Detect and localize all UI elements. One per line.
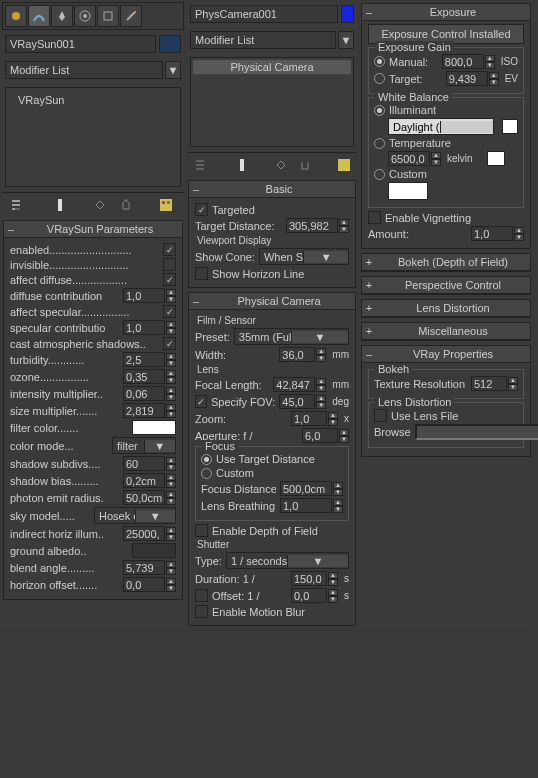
spinner-down[interactable]: ▼ — [333, 506, 343, 513]
spinner-down[interactable]: ▼ — [166, 481, 176, 488]
spinner-up[interactable]: ▲ — [166, 387, 176, 394]
spinner-down[interactable]: ▼ — [339, 436, 349, 443]
tab-shapes[interactable] — [28, 5, 50, 27]
tab-geometry[interactable] — [5, 5, 27, 27]
spinner-up[interactable]: ▲ — [316, 378, 326, 385]
manual-input[interactable] — [442, 54, 484, 69]
rollout-header-perspective[interactable]: +Perspective Control — [362, 277, 530, 294]
vignette-checkbox[interactable] — [368, 211, 381, 224]
rollout-header-exposure[interactable]: –Exposure — [362, 4, 530, 21]
preset-dropdown[interactable]: 35mm (Full Frame▼ — [234, 328, 349, 345]
spec-contrib-input[interactable] — [123, 320, 165, 335]
tab-helpers[interactable] — [97, 5, 119, 27]
pin-stack-icon[interactable] — [8, 197, 24, 213]
spinner-down[interactable]: ▼ — [328, 596, 338, 603]
affect-diffuse-checkbox[interactable] — [163, 273, 176, 286]
enable-dof-checkbox[interactable] — [195, 524, 208, 537]
configure-icon[interactable] — [336, 157, 351, 173]
object-name-field-cam[interactable] — [190, 5, 338, 23]
show-end-result-icon[interactable] — [235, 157, 250, 173]
rollout-header-vraysun[interactable]: –VRaySun Parameters — [4, 221, 182, 238]
spinner-up[interactable]: ▲ — [166, 527, 176, 534]
spinner-down[interactable]: ▼ — [328, 579, 338, 586]
color-mode-dropdown[interactable]: filter▼ — [112, 437, 176, 454]
show-cone-dropdown[interactable]: When Selec▼ — [259, 248, 349, 265]
lens-breath-input[interactable] — [280, 498, 332, 513]
rollout-header-lensdist[interactable]: +Lens Distortion — [362, 300, 530, 317]
illuminant-radio[interactable] — [374, 105, 385, 116]
spinner-up[interactable]: ▲ — [166, 457, 176, 464]
spinner-up[interactable]: ▲ — [339, 219, 349, 226]
make-unique-icon[interactable] — [92, 197, 108, 213]
object-color-swatch-cam[interactable] — [341, 5, 354, 23]
spinner-up[interactable]: ▲ — [166, 491, 176, 498]
target-input[interactable] — [446, 71, 488, 86]
modifier-stack-cam[interactable]: Physical Camera — [190, 57, 354, 147]
modifier-list-arrow-cam[interactable]: ▼ — [338, 31, 354, 49]
width-input[interactable] — [279, 347, 315, 362]
temperature-input[interactable] — [388, 151, 430, 166]
spinner-up[interactable]: ▲ — [333, 482, 343, 489]
spinner-up[interactable]: ▲ — [489, 72, 499, 79]
tab-lights[interactable] — [51, 5, 73, 27]
stack-item-physcam[interactable]: Physical Camera — [193, 60, 351, 74]
spinner-down[interactable]: ▼ — [166, 585, 176, 592]
spinner-down[interactable]: ▼ — [485, 62, 495, 69]
spinner-down[interactable]: ▼ — [339, 226, 349, 233]
enabled-checkbox[interactable] — [163, 243, 176, 256]
intensity-input[interactable] — [123, 386, 165, 401]
modifier-list-dropdown-cam[interactable]: Modifier List — [190, 31, 336, 49]
turbidity-input[interactable] — [123, 352, 165, 367]
pin-stack-icon[interactable] — [193, 157, 208, 173]
enable-mb-checkbox[interactable] — [195, 605, 208, 618]
use-lens-checkbox[interactable] — [374, 409, 387, 422]
spinner-up[interactable]: ▲ — [316, 395, 326, 402]
spinner-down[interactable]: ▼ — [514, 234, 524, 241]
spinner-up[interactable]: ▲ — [431, 152, 441, 159]
spinner-up[interactable]: ▲ — [333, 499, 343, 506]
rollout-header-physcam[interactable]: –Physical Camera — [189, 293, 355, 310]
spinner-down[interactable]: ▼ — [166, 464, 176, 471]
focus-dist-input[interactable] — [280, 481, 332, 496]
indirect-illum-input[interactable] — [123, 526, 165, 541]
tex-res-input[interactable] — [471, 376, 507, 391]
rollout-header-misc[interactable]: +Miscellaneous — [362, 323, 530, 340]
target-distance-input[interactable] — [286, 218, 338, 233]
spinner-down[interactable]: ▼ — [489, 79, 499, 86]
amount-input[interactable] — [471, 226, 513, 241]
offset-checkbox[interactable] — [195, 589, 208, 602]
spinner-up[interactable]: ▲ — [166, 474, 176, 481]
stack-item-vraysun[interactable]: VRaySun — [18, 94, 64, 106]
spinner-up[interactable]: ▲ — [166, 321, 176, 328]
zoom-input[interactable] — [291, 411, 327, 426]
spinner-down[interactable]: ▼ — [166, 394, 176, 401]
spinner-up[interactable]: ▲ — [328, 572, 338, 579]
filter-color-swatch[interactable] — [132, 420, 176, 435]
spinner-up[interactable]: ▲ — [316, 348, 326, 355]
duration-input[interactable] — [291, 571, 327, 586]
tab-cameras[interactable] — [74, 5, 96, 27]
diffuse-contrib-input[interactable] — [123, 288, 165, 303]
spinner-down[interactable]: ▼ — [166, 296, 176, 303]
spinner-down[interactable]: ▼ — [166, 360, 176, 367]
spinner-down[interactable]: ▼ — [316, 402, 326, 409]
horizon-offset-input[interactable] — [123, 577, 165, 592]
spinner-up[interactable]: ▲ — [514, 227, 524, 234]
spinner-down[interactable]: ▼ — [431, 159, 441, 166]
size-mult-input[interactable] — [123, 403, 165, 418]
make-unique-icon[interactable] — [273, 157, 288, 173]
spinner-up[interactable]: ▲ — [166, 353, 176, 360]
spinner-up[interactable]: ▲ — [166, 370, 176, 377]
rollout-header-bokeh[interactable]: +Bokeh (Depth of Field) — [362, 254, 530, 271]
spinner-down[interactable]: ▼ — [166, 411, 176, 418]
blend-angle-input[interactable] — [123, 560, 165, 575]
illuminant-swatch[interactable] — [502, 119, 518, 134]
focal-input[interactable] — [273, 377, 315, 392]
spinner-up[interactable]: ▲ — [485, 55, 495, 62]
manual-radio[interactable] — [374, 56, 385, 67]
modifier-list-dropdown[interactable]: Modifier List — [5, 61, 163, 79]
photon-emit-input[interactable] — [123, 490, 165, 505]
show-horizon-checkbox[interactable] — [195, 267, 208, 280]
use-target-radio[interactable] — [201, 454, 212, 465]
temperature-radio[interactable] — [374, 138, 385, 149]
